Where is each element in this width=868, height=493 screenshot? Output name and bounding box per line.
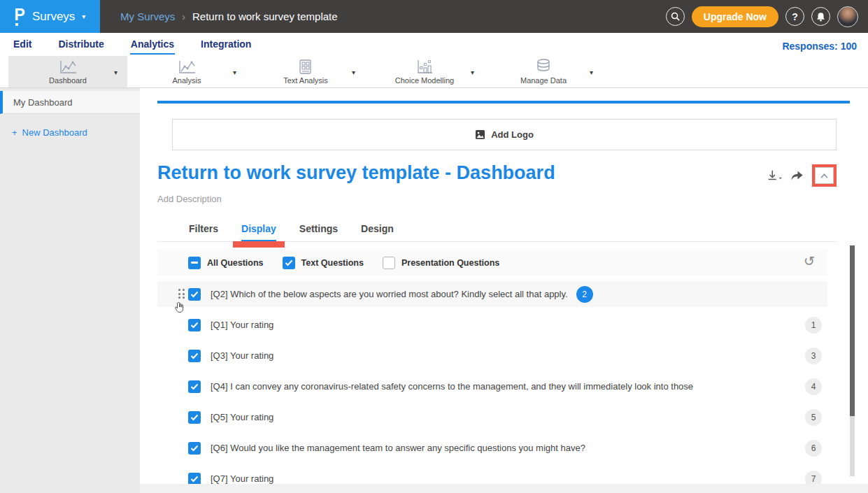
annotation-red-bar — [233, 241, 285, 248]
share-button[interactable] — [790, 170, 804, 182]
filter-all-questions[interactable]: All Questions — [188, 257, 264, 269]
question-row[interactable]: [Q2] Which of the below aspects are you … — [157, 281, 827, 307]
filter-text-questions[interactable]: Text Questions — [283, 257, 364, 269]
question-order-badge: 4 — [805, 378, 822, 395]
question-label: [Q4] I can convey any coronavirus-relate… — [211, 381, 693, 392]
nav-item-integration[interactable]: Integration — [200, 34, 252, 55]
question-row[interactable]: [Q3] Your rating3 — [157, 343, 827, 369]
filter-checkbox-all-questions[interactable] — [188, 257, 201, 269]
breadcrumb-my-surveys[interactable]: My Surveys — [120, 10, 175, 22]
question-label: [Q6] Would you like the management team … — [211, 443, 585, 453]
question-row[interactable]: [Q1] Your rating1 — [157, 312, 827, 338]
search-button[interactable] — [666, 7, 685, 26]
chevron-down-icon: ▾ — [82, 13, 85, 20]
image-icon — [475, 129, 485, 140]
check-icon — [190, 322, 199, 329]
check-icon — [190, 352, 199, 359]
toolbar-item-label: Dashboard — [49, 76, 87, 85]
tab-settings[interactable]: Settings — [299, 223, 338, 241]
question-row[interactable]: [Q5] Your rating5 — [157, 404, 827, 430]
title-actions — [767, 164, 837, 187]
chevron-down-icon[interactable]: ▾ — [114, 69, 118, 76]
analytics-toolbar: Dashboard▾Analysis▾Text Analysis▾Choice … — [0, 56, 868, 88]
chevron-up-icon — [820, 173, 829, 179]
breadcrumb-current: Return to work survey template — [192, 10, 338, 22]
scrollbar-thumb[interactable] — [850, 245, 855, 416]
chevron-down-icon[interactable]: ▾ — [471, 69, 474, 76]
add-description-field[interactable]: Add Description — [157, 194, 850, 204]
toolbar-item-label: Manage Data — [520, 76, 567, 85]
download-button[interactable] — [767, 169, 782, 183]
product-switcher[interactable]: P Surveys ▾ — [0, 0, 100, 33]
question-checkbox[interactable] — [188, 288, 201, 301]
add-logo-button[interactable]: Add Logo — [172, 119, 837, 150]
toolbar-item-choice-modelling[interactable]: Choice Modelling▾ — [365, 56, 484, 87]
question-label: [Q5] Your rating — [211, 412, 273, 422]
filter-presentation-questions[interactable]: Presentation Questions — [383, 257, 499, 269]
help-button[interactable]: ? — [785, 7, 804, 26]
share-icon — [790, 170, 804, 182]
question-checkbox[interactable] — [188, 380, 201, 393]
drag-handle-icon[interactable] — [178, 289, 185, 299]
responses-count[interactable]: Responses: 100 — [782, 41, 857, 56]
breadcrumb: My Surveys › Return to work survey templ… — [120, 10, 338, 22]
questionpro-logo-icon: P — [15, 7, 25, 26]
tab-design[interactable]: Design — [361, 223, 394, 241]
check-icon — [190, 445, 199, 452]
nav-item-edit[interactable]: Edit — [13, 34, 32, 55]
toolbar-item-analysis[interactable]: Analysis▾ — [127, 56, 246, 87]
question-label: [Q3] Your rating — [211, 350, 273, 361]
toolbar-item-manage-data[interactable]: Manage Data▾ — [484, 56, 603, 87]
question-checkbox[interactable] — [188, 411, 201, 424]
tab-filters[interactable]: Filters — [189, 223, 218, 241]
product-label: Surveys — [32, 10, 75, 24]
check-icon — [190, 383, 199, 390]
sidebar-item-my-dashboard[interactable]: My Dashboard — [0, 91, 140, 114]
text-analysis-icon — [299, 59, 313, 75]
question-list: [Q2] Which of the below aspects are you … — [157, 281, 827, 492]
filter-label: Presentation Questions — [401, 258, 499, 268]
reset-order-button[interactable]: ↺ — [804, 255, 815, 268]
survey-nav: EditDistributeAnalyticsIntegration Respo… — [0, 33, 868, 56]
question-label: [Q1] Your rating — [211, 320, 273, 330]
chevron-down-icon[interactable]: ▾ — [352, 69, 355, 76]
bottom-gutter — [140, 484, 868, 493]
question-row[interactable]: [Q4] I can convey any coronavirus-relate… — [157, 373, 827, 399]
check-icon — [285, 259, 293, 266]
upgrade-now-button[interactable]: Upgrade Now — [692, 6, 778, 27]
question-checkbox[interactable] — [188, 473, 201, 485]
chevron-down-icon[interactable]: ▾ — [233, 69, 236, 76]
question-order-badge: 3 — [805, 348, 822, 364]
collapse-header-button[interactable] — [815, 167, 834, 184]
new-dashboard-button[interactable]: + New Dashboard — [12, 127, 140, 138]
question-checkbox[interactable] — [188, 350, 201, 362]
question-row[interactable]: [Q6] Would you like the management team … — [157, 435, 827, 461]
nav-item-analytics[interactable]: Analytics — [130, 34, 175, 55]
toolbar-item-label: Choice Modelling — [395, 76, 454, 85]
check-icon — [190, 291, 199, 298]
tab-display[interactable]: Display — [241, 223, 276, 241]
notifications-button[interactable] — [811, 7, 830, 26]
sidebar-item-label: My Dashboard — [13, 97, 73, 108]
database-icon — [535, 59, 552, 75]
toolbar-item-text-analysis[interactable]: Text Analysis▾ — [246, 56, 365, 87]
filter-checkbox-text-questions[interactable] — [283, 257, 295, 269]
annotation-highlight-box — [812, 164, 837, 187]
filter-checkbox-presentation-questions[interactable] — [383, 257, 395, 269]
question-label: [Q7] Your rating — [211, 473, 273, 484]
chevron-down-icon[interactable]: ▾ — [590, 69, 593, 76]
list-scrollbar[interactable] — [850, 245, 855, 476]
check-icon — [190, 414, 199, 421]
user-avatar[interactable] — [837, 6, 858, 27]
question-order-badge: 2 — [576, 286, 593, 303]
choice-modelling-icon — [415, 59, 434, 75]
question-checkbox[interactable] — [188, 319, 201, 331]
nav-item-distribute[interactable]: Distribute — [57, 34, 104, 55]
breadcrumb-separator-icon: › — [182, 11, 185, 22]
check-icon — [190, 476, 199, 483]
toolbar-item-dashboard[interactable]: Dashboard▾ — [8, 56, 127, 87]
add-logo-label: Add Logo — [491, 129, 534, 140]
header-actions: Upgrade Now ? — [666, 6, 868, 27]
question-checkbox[interactable] — [188, 442, 201, 455]
new-dashboard-label: New Dashboard — [22, 127, 87, 138]
